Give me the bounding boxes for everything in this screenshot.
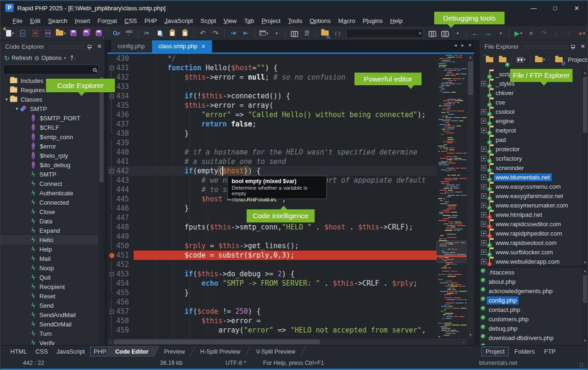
gutter-fold[interactable] [107,194,116,204]
view-mode-button[interactable]: ▾ [515,54,527,65]
tab-close-icon[interactable]: ✕ [201,44,205,50]
folder-select-button[interactable]: ▾ [534,54,546,65]
menu-php[interactable]: PHP [141,16,161,26]
menu-plugins[interactable]: Plugins [359,16,386,26]
pin-icon[interactable] [571,45,575,48]
expand-plus-icon[interactable]: + [481,240,486,245]
code-line-437[interactable]: 437 return false; [107,119,437,129]
file-row-acknowledgements.php[interactable]: ✓acknowledgements.php [480,286,582,296]
code-line-458[interactable]: 458 $this->error = [107,316,437,326]
editor-vertical-scrollbar[interactable]: ▲ ▼ [467,54,474,339]
line-number[interactable]: 457 [116,307,134,316]
fold-collapse-icon[interactable]: − [110,94,114,98]
gutter-fold[interactable] [107,326,116,335]
gutter-fold[interactable] [107,279,116,288]
menu-macro[interactable]: Macro [334,16,359,26]
doc-tab-html[interactable]: HTML [7,347,30,356]
undo-button[interactable]: ↶ [197,28,209,39]
code-line-440[interactable]: 440 # if a hostname for the HELO wasn't … [107,148,437,157]
view-tab-code-editor[interactable]: Code Editor [105,346,159,357]
line-number[interactable]: 442 [116,167,134,175]
clipboard-button[interactable] [179,28,191,39]
gutter-fold[interactable] [107,54,116,63]
cut-button[interactable]: ✂ [141,28,153,39]
line-number[interactable]: 456 [116,298,134,306]
new-file-button[interactable]: ✱▾ [4,28,16,39]
gutter-fold[interactable]: − [107,63,116,73]
redo-button[interactable]: ↷ [210,28,221,39]
folder-row-pad[interactable]: ✓pad [480,135,582,144]
minimap[interactable] [437,54,467,339]
gutter-fold[interactable] [107,297,116,307]
pin-icon[interactable] [88,45,91,48]
folder-row-scrwonder[interactable]: +✓scrwonder [480,163,582,172]
fold-collapse-icon[interactable]: − [110,66,114,70]
indent-button[interactable]: ⇥ [227,28,239,39]
folder-row-www.webuilderapp.com[interactable]: +!www.webuilderapp.com [480,257,582,266]
line-number[interactable]: 451 [116,251,134,259]
tree-item-Noop[interactable]: ϟNoop [0,263,98,273]
find-next-button[interactable]: ↓ [426,28,438,39]
tree-item-smtp_conn[interactable]: $smtp_conn [0,132,98,141]
tree-item-Hello[interactable]: ϟHello [0,235,98,244]
folder-row-www.surfblocker.com[interactable]: +✓www.surfblocker.com [480,247,582,257]
panel-tab-folders[interactable]: Folders [511,347,538,356]
menu-tools[interactable]: Tools [284,16,306,26]
file-row-about.php[interactable]: ✓about.php [480,277,582,286]
file-row-.htaccess[interactable]: ✓.htaccess [480,267,582,277]
navigate-forward-button[interactable]: → [482,28,494,39]
gear-icon[interactable]: ⚙ [34,55,40,62]
gutter-fold[interactable] [107,222,116,232]
spellcheck-button[interactable]: ABC✓ [123,28,135,39]
new-php-doc-button[interactable]: PHP [42,28,54,39]
expand-plus-icon[interactable]: + [481,175,486,180]
gutter-fold[interactable] [107,241,116,251]
expand-plus-icon[interactable]: + [481,250,486,255]
replace-button[interactable]: ABAC [301,28,313,39]
gutter-fold[interactable]: − [107,269,116,279]
code-line-436[interactable]: 436 "error" => "Called Hello() without b… [107,110,437,119]
gutter-fold[interactable] [107,110,116,119]
code-line-435[interactable]: 435 $this->error = array( [107,101,437,110]
menu-tab[interactable]: Tab [241,16,258,26]
step-over-button[interactable]: ↷ [538,28,550,39]
menu-css[interactable]: CSS [121,16,141,26]
fold-collapse-icon[interactable]: − [110,169,114,173]
scroll-down-icon[interactable]: ▼ [467,333,474,337]
file-row-contact.php[interactable]: ✓contact.php [480,305,582,314]
tab-scroll-right-icon[interactable]: ▸ [461,42,464,48]
line-number[interactable]: 455 [116,289,134,297]
code-line-454[interactable]: 454 echo "SMTP -> FROM SERVER: " . $this… [107,279,437,288]
save-all-button[interactable] [80,28,92,39]
line-number[interactable]: 447 [116,214,134,222]
line-number[interactable]: 439 [116,139,134,147]
gutter-fold[interactable] [107,176,116,185]
menu-help[interactable]: Help [386,16,407,26]
line-number[interactable]: 433 [116,82,134,91]
folder-row-csstool[interactable]: +✓csstool [480,107,582,116]
menu-format[interactable]: Format [94,16,121,26]
record-macro-button[interactable]: ●▾ [576,28,588,39]
gutter-fold[interactable]: − [107,91,116,101]
gutter-fold[interactable] [107,148,116,157]
code-line-434[interactable]: −434 if(!$this->connected()) { [107,91,437,101]
view-tab-preview[interactable]: Preview [154,346,196,357]
line-number[interactable]: 441 [116,157,134,166]
gutter-fold[interactable] [107,119,116,129]
tab-list-icon[interactable]: ▾ [468,42,471,48]
gutter-fold[interactable] [107,185,116,194]
code-line-452[interactable]: 452 [107,260,437,269]
tree-item-SendOrMail[interactable]: ϟSendOrMail [0,319,98,329]
view-tab-v-split-preview[interactable]: V-Split Preview [246,346,306,357]
code-line-431[interactable]: −431 function Hello($host="") { [107,63,437,73]
expand-plus-icon[interactable]: + [481,193,486,199]
gutter-fold[interactable] [107,260,116,269]
menu-javascript[interactable]: JavaScript [161,16,197,26]
folder-row-protector[interactable]: +✓protector [480,144,582,154]
line-number[interactable]: 459 [116,326,134,334]
tree-item-Reset[interactable]: ϟReset [0,291,98,301]
expand-plus-icon[interactable]: + [481,156,486,161]
code-line-450[interactable]: 450 $rply = $this->get_lines(); [107,241,437,251]
menu-options[interactable]: Options [306,16,334,26]
line-number[interactable]: 432 [116,73,134,81]
